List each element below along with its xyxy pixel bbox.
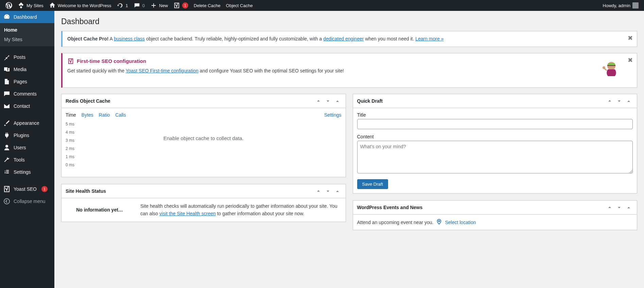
menu-pages-label: Pages (14, 79, 27, 84)
yoast-notice-icon (67, 58, 74, 65)
comments[interactable]: 0 (131, 0, 147, 11)
ylabel: 2 ms (66, 146, 74, 151)
my-account[interactable]: Howdy, admin (600, 0, 641, 11)
move-up-icon[interactable] (606, 203, 614, 211)
move-down-icon[interactable] (324, 187, 332, 195)
comments-count: 0 (142, 3, 145, 8)
yoast-bar[interactable]: 1 (171, 0, 191, 11)
yoast-post: and configure Yoast SEO with the optimal… (198, 68, 344, 73)
delete-cache[interactable]: Delete Cache (191, 0, 223, 11)
menu-media[interactable]: Media (0, 63, 54, 75)
media-icon (3, 66, 10, 73)
ocp-post: when you most need it. (364, 36, 415, 41)
yoast-menu-badge: 1 (41, 186, 48, 192)
toggle-icon[interactable] (625, 97, 633, 105)
ocp-link-business[interactable]: business class (114, 36, 145, 41)
object-cache-label: Object Cache (226, 3, 253, 8)
collapse-menu[interactable]: Collapse menu (0, 195, 54, 207)
toggle-icon[interactable] (333, 97, 342, 105)
tab-calls[interactable]: Calls (115, 112, 126, 118)
site-name[interactable]: Welcome to the WordPress (46, 0, 114, 11)
yoast-illustration (599, 57, 623, 83)
yoast-pre: Get started quickly with the (67, 68, 126, 73)
svg-rect-2 (608, 63, 615, 65)
select-location-link[interactable]: Select location (445, 220, 476, 225)
svg-point-3 (603, 66, 605, 69)
ocp-link-engineer[interactable]: dedicated engineer (323, 36, 364, 41)
move-up-icon[interactable] (606, 97, 614, 105)
tab-bytes[interactable]: Bytes (82, 112, 93, 118)
howdy-text: Howdy, admin (603, 3, 630, 8)
move-up-icon[interactable] (314, 97, 323, 105)
draft-title-input[interactable] (357, 119, 633, 129)
home-icon (49, 2, 56, 9)
object-cache[interactable]: Object Cache (223, 0, 256, 11)
dismiss-icon[interactable]: ✖ (627, 35, 633, 41)
ocp-mid: object cache backend. Truly reliable, hi… (145, 36, 323, 41)
new-label: New (159, 3, 168, 8)
yoast-badge: 1 (182, 2, 188, 9)
toggle-icon[interactable] (625, 203, 633, 211)
my-sites[interactable]: My Sites (15, 0, 46, 11)
tab-time[interactable]: Time (66, 112, 76, 118)
dashboard-icon (3, 14, 10, 20)
redis-title: Redis Object Cache (66, 98, 314, 104)
yoast-icon (173, 2, 180, 9)
yoast-menu-icon (3, 186, 10, 192)
plugin-icon (3, 132, 10, 139)
ocp-learn-more[interactable]: Learn more » (415, 36, 443, 41)
menu-posts[interactable]: Posts (0, 51, 54, 63)
redis-settings-link[interactable]: Settings (324, 112, 342, 118)
submenu-home[interactable]: Home (0, 25, 54, 35)
menu-dashboard[interactable]: Dashboard (0, 11, 54, 23)
menu-contact-label: Contact (14, 103, 30, 109)
yoast-config-link[interactable]: Yoast SEO First-time configuration (126, 68, 198, 73)
menu-yoast-label: Yoast SEO (14, 186, 37, 192)
draft-content-textarea[interactable] (357, 141, 633, 173)
menu-appearance[interactable]: Appearance (0, 117, 54, 129)
move-down-icon[interactable] (615, 97, 623, 105)
redis-chart: 5 ms 4 ms 3 ms 2 ms 1 ms 0 ms Enable obj… (66, 122, 342, 173)
tab-ratio[interactable]: Ratio (99, 112, 110, 118)
menu-settings[interactable]: Settings (0, 166, 54, 178)
ylabel: 4 ms (66, 130, 74, 135)
my-sites-label: My Sites (27, 3, 43, 8)
dismiss-icon[interactable]: ✖ (627, 57, 633, 64)
menu-settings-label: Settings (14, 169, 31, 175)
postbox-quick-draft: Quick Draft Title Content (353, 94, 638, 193)
toggle-icon[interactable] (333, 187, 342, 195)
health-link[interactable]: visit the Site Health screen (159, 211, 216, 216)
wp-logo[interactable] (3, 0, 15, 11)
move-up-icon[interactable] (314, 187, 323, 195)
menu-pages[interactable]: Pages (0, 75, 54, 88)
admin-sidebar: Dashboard Home My Sites Posts Media Page… (0, 11, 54, 237)
notice-yoast: First-time SEO configuration Get started… (61, 53, 637, 88)
pin-icon (3, 54, 10, 61)
menu-plugins[interactable]: Plugins (0, 129, 54, 141)
location-icon (436, 219, 442, 226)
postbox-site-health: Site Health Status No information yet… S… (61, 184, 346, 222)
ylabel: 3 ms (66, 138, 74, 143)
menu-yoast[interactable]: Yoast SEO1 (0, 183, 54, 195)
submenu-my-sites[interactable]: My Sites (0, 35, 54, 44)
draft-title: Quick Draft (357, 98, 606, 104)
ylabel: 1 ms (66, 154, 74, 159)
save-draft-button[interactable]: Save Draft (357, 179, 388, 189)
menu-contact[interactable]: Contact (0, 100, 54, 112)
chart-empty-msg: Enable object cache to collect data. (163, 135, 244, 141)
new-content[interactable]: New (147, 0, 171, 11)
collapse-icon (3, 198, 10, 205)
notice-object-cache-pro: Object Cache Pro! A business class objec… (61, 31, 637, 47)
menu-tools[interactable]: Tools (0, 154, 54, 166)
content-area: Screen Options Help Dashboard Object Cac… (54, 11, 644, 237)
site-name-label: Welcome to the WordPress (58, 3, 111, 8)
ylabel: 0 ms (66, 163, 74, 167)
events-title: WordPress Events and News (357, 205, 606, 210)
postbox-events: WordPress Events and News Attend an upco… (353, 200, 638, 230)
updates[interactable]: 1 (114, 0, 131, 11)
move-down-icon[interactable] (324, 97, 332, 105)
ocp-strong: Object Cache Pro! (67, 36, 108, 41)
menu-users[interactable]: Users (0, 141, 54, 154)
move-down-icon[interactable] (615, 203, 623, 211)
menu-comments[interactable]: Comments (0, 88, 54, 100)
